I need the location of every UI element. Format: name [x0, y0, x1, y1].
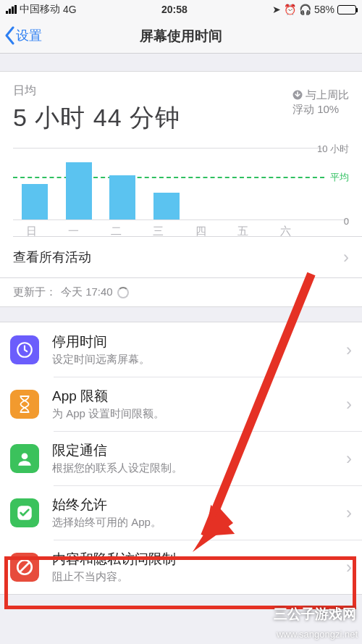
chart-avg-label: 平均 — [330, 171, 349, 184]
headphones-icon: 🎧 — [299, 4, 311, 15]
spinner-icon — [117, 287, 129, 298]
chevron-right-icon: › — [343, 247, 349, 267]
usage-chart: 10 小时 平均 0 日一二三四五六 — [0, 142, 362, 236]
list-item-app_limits[interactable]: App 限额为 App 设置时间限额。› — [0, 377, 362, 431]
watermark-brand: 三公子游戏网 — [274, 605, 356, 624]
nav-bar: 设置 屏幕使用时间 — [0, 19, 362, 54]
hourglass-icon — [10, 390, 39, 419]
chart-area: 10 小时 平均 0 — [13, 148, 349, 220]
row-sub: 阻止不当内容。 — [52, 570, 346, 584]
delta-line1: 与上周比 — [306, 88, 349, 102]
chart-bar — [22, 184, 48, 220]
summary-card: 日均 5 小时 44 分钟 与上周比 浮动 10% 10 小时 平均 0 日一二… — [0, 71, 362, 307]
chevron-right-icon: › — [346, 394, 352, 414]
signal-icon — [6, 5, 17, 14]
row-title: 停用时间 — [52, 333, 346, 351]
chevron-right-icon: › — [346, 340, 352, 360]
alarm-icon: ⏰ — [284, 4, 296, 15]
chevron-right-icon: › — [346, 557, 352, 577]
list-item-content_privacy[interactable]: 内容和隐私访问限制阻止不当内容。› — [0, 540, 362, 594]
status-bar: 中国移动 4G 20:58 ➤ ⏰ 🎧 58% — [0, 0, 362, 19]
list-item-communication[interactable]: 限定通信根据您的联系人设定限制。› — [0, 431, 362, 485]
chart-xaxis: 日一二三四五六 — [13, 220, 349, 238]
status-right: ➤ ⏰ 🎧 58% — [272, 4, 356, 15]
status-left: 中国移动 4G — [6, 3, 77, 16]
avg-value: 5 小时 44 分钟 — [13, 101, 180, 135]
clock-pause-icon — [10, 335, 39, 364]
row-title: 限定通信 — [52, 441, 346, 460]
chevron-left-icon — [4, 26, 16, 45]
no-entry-icon — [10, 553, 39, 582]
back-button[interactable]: 设置 — [4, 26, 42, 45]
status-time: 20:58 — [161, 4, 188, 15]
battery-pct: 58% — [314, 4, 334, 15]
updated-prefix: 更新于： — [13, 285, 56, 299]
row-sub: 为 App 设置时间限额。 — [52, 407, 346, 421]
chevron-right-icon: › — [346, 503, 352, 523]
chart-bar — [153, 193, 180, 219]
carrier-label: 中国移动 — [20, 3, 60, 16]
svg-line-5 — [20, 562, 30, 572]
row-sub: 根据您的联系人设定限制。 — [52, 461, 346, 475]
updated-row: 更新于： 今天 17:40 — [0, 278, 362, 306]
list-item-downtime[interactable]: 停用时间设定时间远离屏幕。› — [0, 322, 362, 377]
see-all-activity[interactable]: 查看所有活动 › — [0, 237, 362, 277]
row-sub: 设定时间远离屏幕。 — [52, 353, 346, 367]
chart-bar — [66, 162, 92, 219]
row-title: 始终允许 — [52, 495, 346, 514]
chart-y-min: 0 — [344, 216, 349, 227]
contact-icon — [10, 444, 39, 473]
network-label: 4G — [63, 4, 77, 15]
settings-list: 停用时间设定时间远离屏幕。›App 限额为 App 设置时间限额。›限定通信根据… — [0, 322, 362, 595]
check-shield-icon — [10, 498, 39, 527]
delta-block: 与上周比 浮动 10% — [292, 83, 349, 117]
chart-y-max: 10 小时 — [317, 143, 349, 156]
chevron-right-icon: › — [346, 448, 352, 469]
row-title: App 限额 — [52, 387, 346, 406]
see-all-label: 查看所有活动 — [13, 248, 343, 266]
battery-icon — [337, 5, 356, 14]
avg-label: 日均 — [13, 83, 180, 99]
chart-bar — [109, 175, 135, 219]
updated-at: 今天 17:40 — [61, 285, 113, 299]
page-title: 屏幕使用时间 — [140, 27, 222, 46]
watermark-site: www.sangongzi.net — [277, 629, 358, 640]
down-arrow-icon — [292, 90, 303, 100]
location-icon: ➤ — [272, 4, 281, 15]
list-item-always_allowed[interactable]: 始终允许选择始终可用的 App。› — [0, 485, 362, 540]
row-sub: 选择始终可用的 App。 — [52, 516, 346, 530]
delta-line2: 浮动 10% — [292, 102, 349, 117]
back-label: 设置 — [16, 27, 42, 44]
svg-point-2 — [22, 453, 28, 459]
row-title: 内容和隐私访问限制 — [52, 550, 346, 569]
